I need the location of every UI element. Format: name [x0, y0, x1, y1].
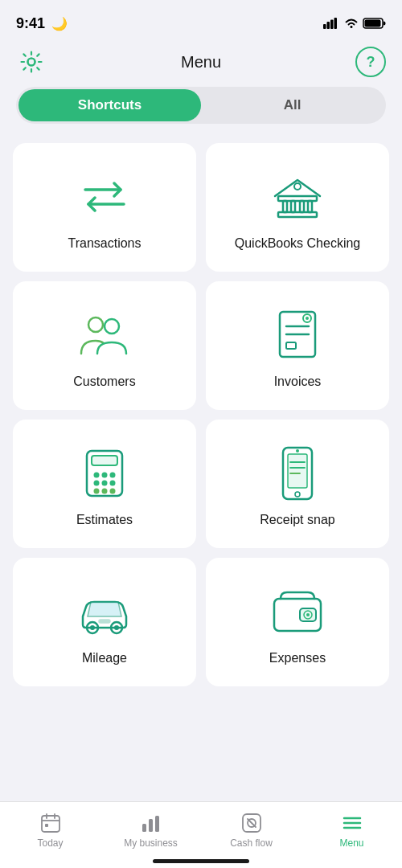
nav-cash-flow[interactable]: Cash flow: [224, 812, 280, 849]
card-label-qb-checking: QuickBooks Checking: [235, 236, 361, 251]
moon-icon: 🌙: [51, 16, 68, 31]
svg-rect-2: [330, 20, 334, 30]
bank-icon: [269, 169, 326, 225]
card-estimates[interactable]: Estimates: [13, 420, 196, 548]
content-area: Transactions Q: [0, 137, 402, 780]
svg-point-17: [294, 183, 301, 190]
card-transactions[interactable]: Transactions: [13, 143, 196, 272]
receipt-icon: [269, 445, 326, 502]
svg-point-43: [296, 449, 299, 452]
svg-point-47: [114, 625, 119, 630]
nav-today[interactable]: Today: [23, 812, 79, 849]
svg-rect-16: [308, 201, 312, 212]
battery-icon: [363, 18, 386, 29]
svg-point-19: [105, 319, 119, 334]
svg-rect-3: [334, 18, 338, 29]
svg-point-32: [102, 481, 108, 486]
svg-rect-39: [288, 454, 307, 488]
svg-point-18: [88, 317, 103, 332]
nav-menu[interactable]: Menu: [324, 812, 380, 849]
card-quickbooks-checking[interactable]: QuickBooks Checking: [206, 143, 389, 272]
svg-point-30: [110, 473, 116, 478]
invoices-icon: [269, 307, 326, 363]
svg-rect-0: [323, 24, 326, 29]
svg-point-34: [94, 489, 100, 494]
svg-rect-27: [92, 456, 117, 465]
help-button[interactable]: ?: [355, 47, 386, 77]
signal-icon: [323, 18, 339, 29]
svg-rect-60: [155, 816, 159, 832]
svg-rect-57: [45, 824, 48, 827]
card-invoices[interactable]: Invoices: [206, 281, 389, 410]
header: Menu ?: [0, 40, 402, 87]
svg-point-46: [90, 625, 95, 630]
card-label-mileage: Mileage: [82, 651, 127, 665]
svg-rect-6: [365, 20, 381, 27]
nav-my-business[interactable]: My business: [123, 812, 179, 849]
tab-all[interactable]: All: [201, 89, 384, 121]
svg-rect-59: [149, 819, 153, 832]
bottom-nav: Today My business Cash flow: [0, 801, 402, 868]
home-indicator: [153, 859, 249, 863]
svg-point-36: [110, 489, 116, 494]
nav-label-today: Today: [37, 837, 63, 849]
card-label-estimates: Estimates: [76, 513, 133, 527]
wallet-icon: [269, 583, 326, 640]
svg-rect-53: [42, 816, 59, 832]
svg-rect-58: [142, 824, 146, 832]
svg-point-38: [295, 492, 300, 497]
calendar-icon: [39, 812, 62, 834]
cashflow-icon: [240, 812, 263, 834]
card-label-receipt-snap: Receipt snap: [260, 513, 334, 527]
svg-point-35: [102, 489, 108, 494]
card-mileage[interactable]: Mileage: [13, 558, 196, 686]
card-expenses[interactable]: Expenses: [206, 558, 389, 686]
nav-label-my-business: My business: [124, 837, 178, 849]
gear-icon: [18, 49, 44, 75]
card-receipt-snap[interactable]: Receipt snap: [206, 420, 389, 548]
svg-rect-14: [291, 201, 295, 212]
settings-button[interactable]: [16, 47, 47, 77]
calculator-icon: [76, 445, 133, 502]
nav-label-menu: Menu: [339, 837, 363, 849]
nav-label-cash-flow: Cash flow: [230, 837, 273, 849]
status-bar: 9:41 🌙: [0, 0, 402, 40]
svg-point-4: [351, 26, 353, 28]
page-title: Menu: [47, 53, 355, 72]
svg-rect-1: [327, 22, 330, 29]
svg-rect-13: [283, 201, 287, 212]
shortcuts-grid: Transactions Q: [0, 137, 402, 699]
svg-point-25: [306, 317, 309, 320]
card-label-transactions: Transactions: [68, 236, 142, 251]
tab-group: Shortcuts All: [16, 87, 386, 124]
svg-point-8: [28, 59, 35, 66]
card-label-expenses: Expenses: [269, 651, 326, 665]
svg-point-52: [306, 613, 310, 616]
car-icon: [76, 583, 133, 640]
transactions-icon: [76, 169, 133, 225]
chart-icon: [140, 812, 162, 834]
card-customers[interactable]: Customers: [13, 281, 196, 410]
svg-point-28: [94, 473, 100, 478]
menu-icon: [341, 812, 363, 834]
svg-rect-23: [286, 342, 296, 349]
svg-rect-48: [99, 620, 110, 623]
svg-point-33: [110, 481, 116, 486]
svg-rect-15: [300, 201, 304, 212]
svg-point-29: [102, 473, 108, 478]
status-time: 9:41: [16, 15, 45, 32]
card-label-customers: Customers: [73, 375, 135, 389]
customers-icon: [76, 307, 133, 363]
status-icons: [323, 18, 386, 29]
wifi-icon: [344, 18, 359, 29]
svg-point-31: [94, 481, 100, 486]
tab-shortcuts[interactable]: Shortcuts: [18, 89, 201, 121]
card-label-invoices: Invoices: [274, 375, 322, 389]
